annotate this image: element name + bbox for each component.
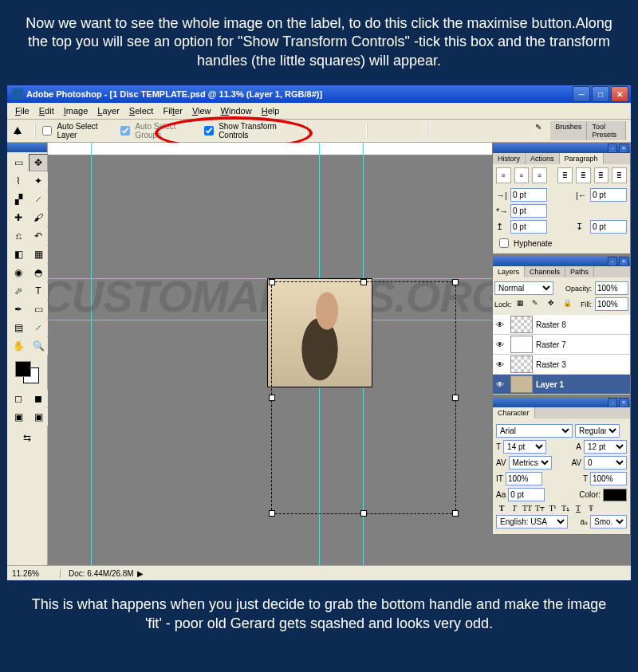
bold-button[interactable]: T [496,504,507,513]
palette-well-icon[interactable]: ✎ [534,122,549,140]
layer-row[interactable]: 👁Raster 7 [493,335,630,355]
tool-history[interactable]: ↶ [29,227,48,245]
lock-move-icon[interactable]: ✥ [547,298,558,311]
panel-close-icon[interactable]: × [619,143,628,153]
tool-heal[interactable]: ✚ [9,209,28,226]
menu-window[interactable]: Window [216,104,257,117]
maximize-button[interactable]: □ [592,86,609,102]
distribute-icon[interactable] [449,122,464,140]
zoom-value[interactable]: 11.26% [12,569,61,578]
distribute-icon[interactable] [431,122,447,140]
panel-close-icon[interactable]: × [619,257,628,266]
screenmode-icon[interactable]: ▣ [29,408,48,426]
tool-eraser[interactable]: ◧ [9,246,28,263]
menu-select[interactable]: Select [124,104,159,117]
tool-notes[interactable]: ▤ [9,319,28,336]
align-icon[interactable] [312,122,327,140]
layers-tab[interactable]: Layers [493,266,525,277]
character-tab[interactable]: Character [493,407,535,419]
menu-layer[interactable]: Layer [93,104,124,117]
baseline-input[interactable] [508,488,545,501]
first-line-input[interactable] [510,204,547,218]
justify-icon[interactable]: ≣ [594,167,609,183]
minimize-button[interactable]: ─ [573,86,590,102]
tool-zoom[interactable]: 🔍 [29,337,48,355]
tool-marquee[interactable]: ▭ [9,154,28,171]
handle-ne[interactable] [452,279,459,285]
menu-file[interactable]: FFileile [10,104,34,117]
handle-s[interactable] [360,510,367,517]
tool-lasso[interactable]: ⌇ [9,172,28,190]
tool-crop[interactable]: ▞ [9,191,28,208]
align-icon[interactable] [372,122,387,140]
tool-slice[interactable]: ⟋ [29,191,48,208]
tool-shape[interactable]: ▭ [29,301,48,318]
lock-trans-icon[interactable]: ▦ [516,298,527,311]
panel-min-icon[interactable]: - [608,257,617,266]
transform-bounds[interactable] [271,281,456,514]
leading-select[interactable]: 12 pt [584,440,627,454]
space-after-input[interactable] [590,220,627,234]
justify-icon[interactable]: ≣ [576,167,591,183]
underline-button[interactable]: T [573,504,584,513]
style-select[interactable]: Regular [575,424,620,438]
tool-eyedrop[interactable]: ⟋ [29,319,48,336]
vscale-input[interactable] [506,472,542,485]
tool-stamp[interactable]: ⎌ [9,227,28,245]
auto-select-layer-check[interactable]: Auto Select Layer [39,122,109,140]
indent-left-input[interactable] [510,188,547,202]
auto-select-groups-check[interactable]: Auto Select Groups [117,122,193,140]
tool-pen[interactable]: ✒ [9,301,28,318]
tool-path[interactable]: ⬀ [9,282,28,300]
justify-icon[interactable]: ≣ [557,167,573,183]
chevron-right-icon[interactable]: ▶ [137,569,144,578]
lock-all-icon[interactable]: 🔒 [562,298,573,311]
history-tab[interactable]: History [493,153,526,164]
font-select[interactable]: Arial [496,424,573,438]
align-center-icon[interactable]: ≡ [514,167,530,183]
hyphenate-check[interactable]: Hyphenate [496,236,619,250]
distribute-icon[interactable] [500,122,515,140]
tool-dodge[interactable]: ◓ [29,264,48,281]
menu-view[interactable]: View [187,104,216,117]
panel-min-icon[interactable]: - [608,398,617,407]
sub-button[interactable]: T₁ [560,504,571,513]
tracking-select[interactable]: 0 [584,456,627,470]
distribute-icon[interactable] [518,122,533,140]
blend-mode-select[interactable]: Normal [494,281,553,295]
tool-wand[interactable]: ✦ [29,172,48,190]
strike-button[interactable]: Ŧ [585,504,597,513]
distribute-icon[interactable] [466,122,481,140]
handle-sw[interactable] [269,510,275,517]
tool-brush[interactable]: 🖌 [29,209,48,226]
align-icon[interactable] [406,122,421,140]
align-icon[interactable] [329,122,345,140]
italic-button[interactable]: T [509,504,520,513]
lang-select[interactable]: English: USA [496,515,568,529]
layer-row[interactable]: 👁Layer 1 [493,375,630,395]
panel-min-icon[interactable]: - [608,143,617,153]
handle-n[interactable] [360,279,367,285]
paragraph-tab[interactable]: Paragraph [560,153,604,164]
visibility-icon[interactable]: 👁 [493,320,507,329]
hscale-input[interactable] [590,472,627,485]
tool-move[interactable]: ✥ [29,154,48,171]
align-left-icon[interactable]: ≡ [496,167,511,183]
panel-close-icon[interactable]: × [619,398,628,407]
canvas-area[interactable]: CUSTOMANIACS.ORG [48,143,492,565]
color-swatch[interactable] [10,360,44,385]
menu-help[interactable]: Help [257,104,285,117]
space-before-input[interactable] [510,220,547,234]
tool-type[interactable]: T [29,282,48,300]
align-right-icon[interactable]: ≡ [532,167,547,183]
show-transform-controls-check[interactable]: Show Transform Controls [201,122,294,140]
indent-right-input[interactable] [590,188,627,202]
layer-row[interactable]: 👁Raster 3 [493,355,630,375]
visibility-icon[interactable]: 👁 [493,360,507,369]
visibility-icon[interactable]: 👁 [493,340,507,349]
kerning-select[interactable]: Metrics [509,456,552,470]
imageready-icon[interactable]: ⇆ [9,429,45,446]
menu-edit[interactable]: Edit [34,104,59,117]
handle-e[interactable] [452,395,459,401]
menu-image[interactable]: Image [59,104,93,117]
